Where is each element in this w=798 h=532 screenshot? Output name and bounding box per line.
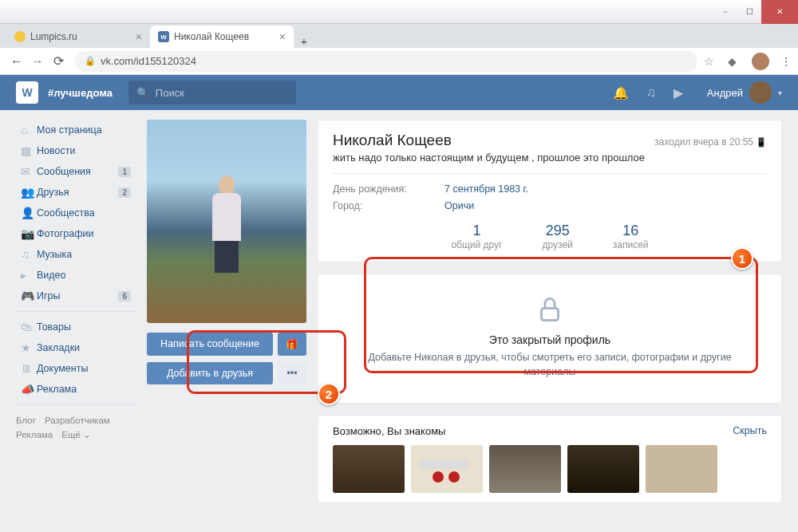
window-close-button[interactable]: ✕ [761, 0, 798, 24]
nav-reload-button[interactable]: ⟳ [48, 53, 69, 69]
suggestion-thumb[interactable] [411, 445, 483, 493]
profile-main-column: Николай Кощеев заходил вчера в 20:55📱 жи… [318, 120, 782, 503]
sidebar-label: Видео [37, 270, 66, 281]
sidebar-item-documents[interactable]: 🗎Документы [16, 358, 136, 379]
bookmark-star-icon[interactable]: ☆ [704, 55, 717, 68]
stat-item[interactable]: 1общий друг [451, 223, 502, 250]
stat-value: 16 [613, 223, 649, 239]
favicon-icon: W [158, 31, 169, 42]
favicon-icon [14, 31, 26, 42]
more-icon: ••• [286, 368, 297, 379]
footer-link[interactable]: Реклама [16, 430, 53, 439]
gift-button[interactable]: 🎁 [278, 333, 306, 356]
sidebar-label: Друзья [37, 187, 69, 198]
suggestion-thumb[interactable] [567, 445, 639, 493]
city-label: Город: [333, 200, 444, 211]
stat-label: друзей [543, 239, 573, 250]
browser-tabstrip: Lumpics.ru × W Николай Кощеев × + [0, 24, 798, 48]
groups-icon: 👤 [21, 207, 37, 219]
browser-tab-active[interactable]: W Николай Кощеев × [150, 26, 294, 48]
sidebar-item-news[interactable]: ▦Новости [16, 140, 136, 161]
stat-value: 1 [451, 223, 502, 239]
badge: 1 [118, 167, 131, 177]
profile-photo[interactable] [147, 120, 306, 323]
badge: 6 [118, 291, 131, 301]
doc-icon: 🗎 [21, 362, 37, 375]
window-minimize-button[interactable]: － [713, 0, 737, 24]
footer-link[interactable]: Ещё ⌄ [61, 430, 91, 439]
page-content: W #лучшедома 🔍 Поиск 🔔 ♫ ▶ Андрей ▾ ⌂Моя… [0, 75, 798, 532]
vk-hashtag[interactable]: #лучшедома [48, 87, 113, 99]
sidebar-item-ads[interactable]: 📣Реклама [16, 379, 136, 400]
search-placeholder: Поиск [156, 87, 184, 99]
gift-icon: 🎁 [286, 338, 298, 350]
city-value[interactable]: Оричи [444, 200, 474, 211]
divider [333, 173, 767, 174]
more-actions-button[interactable]: ••• [278, 362, 306, 384]
video-play-icon[interactable]: ▶ [674, 85, 683, 100]
profile-name: Николай Кощеев [333, 132, 452, 149]
tab-title: Lumpics.ru [30, 31, 77, 42]
profile-avatar-icon[interactable] [752, 53, 769, 70]
sidebar-item-friends[interactable]: 👥Друзья2 [16, 182, 136, 203]
stat-item[interactable]: 16записей [613, 223, 649, 250]
sidebar-item-communities[interactable]: 👤Сообщества [16, 203, 136, 223]
sidebar-item-profile[interactable]: ⌂Моя страница [16, 120, 136, 140]
sidebar-item-video[interactable]: ▸Видео [16, 265, 136, 286]
tab-close-icon[interactable]: × [279, 30, 286, 43]
suggestion-thumb[interactable] [646, 445, 717, 493]
sidebar-label: Сообщества [37, 207, 95, 219]
svg-rect-0 [542, 309, 559, 321]
profile-left-column: Написать сообщение 🎁 Добавить в друзья •… [147, 120, 306, 503]
lock-icon [535, 295, 564, 324]
sidebar-item-bookmarks[interactable]: ★Закладки [16, 337, 136, 358]
browser-menu-icon[interactable]: ⋮ [780, 55, 792, 68]
url-text: vk.com/id155120324 [101, 55, 196, 67]
footer-link[interactable]: Разработчикам [45, 416, 110, 425]
user-menu[interactable]: Андрей ▾ [707, 81, 782, 104]
browser-tab[interactable]: Lumpics.ru × [6, 26, 150, 48]
private-profile-card: Это закрытый профиль Добавьте Николая в … [318, 274, 782, 404]
birthday-label: День рождения: [333, 183, 444, 195]
vk-header: W #лучшедома 🔍 Поиск 🔔 ♫ ▶ Андрей ▾ [0, 75, 798, 110]
sidebar-label: Товары [37, 321, 71, 333]
nav-back-button[interactable]: ← [6, 54, 27, 69]
sidebar-item-photos[interactable]: 📷Фотографии [16, 223, 136, 244]
news-icon: ▦ [21, 144, 37, 157]
person-figure [212, 175, 241, 255]
suggestions-hide-button[interactable]: Скрыть [733, 425, 767, 437]
sidebar-item-games[interactable]: 🎮Игры6 [16, 286, 136, 306]
stat-label: записей [613, 239, 649, 250]
window-maximize-button[interactable]: ☐ [737, 0, 761, 24]
stat-label: общий друг [451, 239, 502, 250]
chevron-down-icon: ▾ [778, 89, 782, 97]
sidebar-item-market[interactable]: 🛍Товары [16, 317, 136, 337]
home-icon: ⌂ [21, 124, 37, 136]
sidebar-label: Документы [37, 363, 88, 374]
tab-close-icon[interactable]: × [136, 30, 142, 43]
sidebar-label: Реклама [37, 384, 77, 395]
extension-icon[interactable]: ◆ [728, 55, 741, 68]
sidebar-label: Моя страница [37, 124, 102, 136]
suggestion-thumb[interactable] [489, 445, 561, 493]
last-seen: заходил вчера в 20:55📱 [654, 136, 767, 148]
sidebar-label: Фотографии [37, 228, 93, 239]
address-bar[interactable]: 🔒 vk.com/id155120324 [75, 51, 697, 72]
private-title: Это закрытый профиль [350, 333, 749, 346]
nav-forward-button[interactable]: → [27, 54, 48, 69]
music-icon[interactable]: ♫ [646, 85, 656, 100]
write-message-button[interactable]: Написать сообщение [147, 333, 273, 356]
new-tab-button[interactable]: + [294, 34, 314, 48]
sidebar-nav: ⌂Моя страница ▦Новости ✉Сообщения1 👥Друз… [16, 120, 136, 503]
footer-link[interactable]: Блог [16, 416, 36, 425]
notifications-icon[interactable]: 🔔 [613, 85, 629, 100]
add-friend-button[interactable]: Добавить в друзья [147, 362, 273, 384]
birthday-value[interactable]: 7 сентября 1983 г. [444, 183, 528, 195]
suggestion-thumb[interactable] [333, 445, 405, 493]
sidebar-item-music[interactable]: ♫Музыка [16, 244, 136, 265]
search-input[interactable]: 🔍 Поиск [128, 81, 296, 104]
vk-logo-icon[interactable]: W [16, 81, 38, 104]
megaphone-icon: 📣 [21, 383, 37, 396]
sidebar-item-messages[interactable]: ✉Сообщения1 [16, 161, 136, 182]
stat-item[interactable]: 295друзей [543, 223, 573, 250]
